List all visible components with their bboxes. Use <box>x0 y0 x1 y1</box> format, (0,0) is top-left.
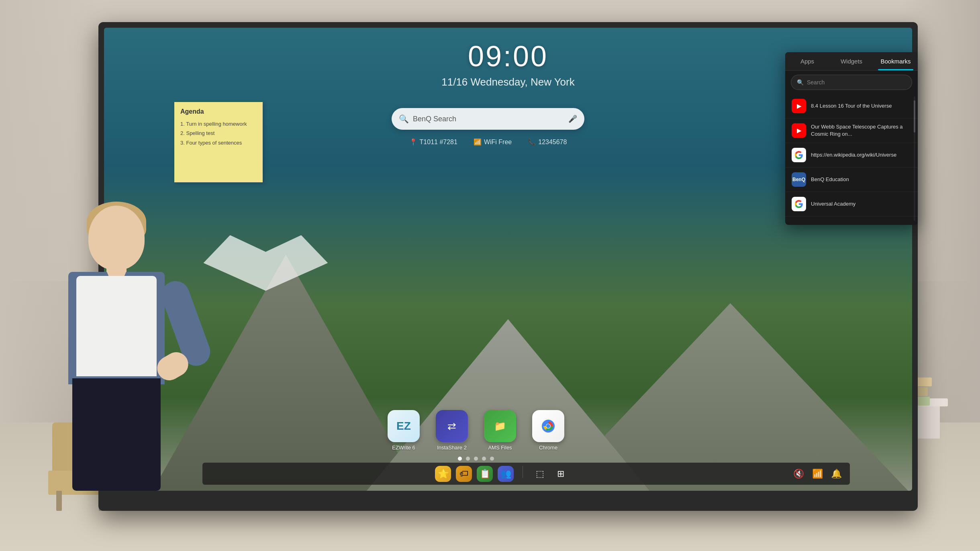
panel-search-placeholder: Search <box>807 79 825 86</box>
location-icon: 📍 <box>409 138 417 146</box>
sticky-note-title: Agenda <box>180 108 257 115</box>
dot-3[interactable] <box>474 457 478 461</box>
bookmark-5-title: Universal Academy <box>811 200 911 208</box>
wifi-status: 📶 WiFi Free <box>474 138 512 146</box>
panel-tabs: Apps Widgets Bookmarks <box>785 52 918 71</box>
taskbar-doc[interactable]: 📋 <box>477 466 493 482</box>
app-icons-row: EZ EZWrite 6 ⇄ InstaShare 2 📁 AMS Files <box>388 410 564 451</box>
search-input-label: BenQ Search <box>413 115 568 123</box>
phone-icon: 📞 <box>528 138 536 146</box>
tab-bookmarks[interactable]: Bookmarks <box>874 52 918 70</box>
panel-items-list: ▶ 8.4 Lesson 16 Tour of the Universe ▶ O… <box>785 94 918 216</box>
app-ams[interactable]: 📁 AMS Files <box>484 410 516 451</box>
chrome-label: Chrome <box>539 445 557 451</box>
dot-2[interactable] <box>466 457 470 461</box>
taskbar-teams[interactable]: 👥 <box>498 466 514 482</box>
sticky-note: Agenda 1. Turn in spelling homework 2. S… <box>174 102 263 182</box>
search-icon: 🔍 <box>399 114 409 124</box>
bookmarks-panel: Apps Widgets Bookmarks 🔍 Search ▶ 8.4 Le… <box>785 52 918 225</box>
wifi-icon: 📶 <box>474 138 482 146</box>
page-dots <box>458 457 494 461</box>
bookmark-3-title: https://en.wikipedia.org/wiki/Universe <box>811 151 911 159</box>
ams-icon: 📁 <box>484 410 516 442</box>
bookmark-5-icon <box>792 197 806 211</box>
instashare-label: InstaShare 2 <box>437 445 467 451</box>
instashare-icon: ⇄ <box>436 410 468 442</box>
bookmark-1[interactable]: ▶ 8.4 Lesson 16 Tour of the Universe <box>785 94 918 118</box>
taskbar-grid[interactable]: ⊞ <box>553 466 569 482</box>
teacher-shirt <box>76 276 157 376</box>
bookmark-3[interactable]: https://en.wikipedia.org/wiki/Universe <box>785 143 918 167</box>
tab-widgets[interactable]: Widgets <box>829 52 874 70</box>
app-instashare[interactable]: ⇄ InstaShare 2 <box>436 410 468 451</box>
sticky-note-item-3: 3. Four types of sentences <box>180 138 257 147</box>
taskbar-right: 🔇 📶 🔔 <box>793 469 842 479</box>
tab-apps[interactable]: Apps <box>785 52 829 70</box>
status-info: 📍 T1011 #7281 📶 WiFi Free 📞 12345678 <box>409 138 567 146</box>
chrome-icon <box>532 410 564 442</box>
dot-1[interactable] <box>458 457 462 461</box>
bookmark-4[interactable]: BenQ BenQ Education <box>785 167 918 192</box>
phone-status: 📞 12345678 <box>528 138 567 146</box>
snow-cap <box>177 235 355 291</box>
wifi-taskbar-icon[interactable]: 📶 <box>812 469 823 479</box>
panel-search-icon: 🔍 <box>797 79 804 86</box>
clock-date: 11/16 Wednesday, New York <box>441 76 574 88</box>
bookmark-3-icon <box>792 148 806 162</box>
bookmark-2-title: Our Webb Space Telescope Captures a Cosm… <box>811 123 911 138</box>
clock-time: 09:00 <box>468 40 548 73</box>
teacher <box>40 206 193 487</box>
panel-search-area[interactable]: 🔍 Search <box>785 71 918 94</box>
ams-label: AMS Files <box>488 445 512 451</box>
sticky-note-item-2: 2. Spelling test <box>180 129 257 138</box>
teacher-pants <box>72 378 161 491</box>
bookmark-2-icon: ▶ <box>792 123 806 138</box>
taskbar-tag[interactable]: 🏷 <box>456 466 472 482</box>
room-id: 📍 T1011 #7281 <box>409 138 457 146</box>
app-chrome[interactable]: Chrome <box>532 410 564 451</box>
dot-4[interactable] <box>482 457 486 461</box>
ezwrite-label: EZWrite 6 <box>392 445 415 451</box>
app-ezwrite[interactable]: EZ EZWrite 6 <box>388 410 420 451</box>
bookmark-4-title: BenQ Education <box>811 176 911 183</box>
scrollbar-thumb[interactable] <box>914 100 915 133</box>
bookmark-1-title: 8.4 Lesson 16 Tour of the Universe <box>811 102 911 110</box>
sticky-note-item-1: 1. Turn in spelling homework <box>180 119 257 129</box>
taskbar-star[interactable]: ⭐ <box>435 466 451 482</box>
taskbar: ⭐ 🏷 📋 👥 ⬚ ⊞ 🔇 <box>202 463 850 485</box>
scrollbar-track <box>914 96 915 221</box>
bookmark-5[interactable]: Universal Academy <box>785 192 918 216</box>
bookmark-4-icon: BenQ <box>792 172 806 187</box>
dot-5[interactable] <box>490 457 494 461</box>
mic-icon: 🎤 <box>568 114 577 123</box>
bookmark-2[interactable]: ▶ Our Webb Space Telescope Captures a Co… <box>785 118 918 143</box>
teacher-head <box>88 206 145 270</box>
taskbar-left: ⭐ 🏷 📋 👥 ⬚ ⊞ <box>210 466 793 482</box>
bell-icon[interactable]: 🔔 <box>831 469 842 479</box>
benq-search-bar[interactable]: 🔍 BenQ Search 🎤 <box>392 108 584 130</box>
mute-icon[interactable]: 🔇 <box>793 469 804 479</box>
svg-point-3 <box>546 424 550 428</box>
taskbar-divider <box>523 466 523 478</box>
ezwrite-icon: EZ <box>388 410 420 442</box>
panel-search-input[interactable]: 🔍 Search <box>791 75 912 90</box>
chair-1-leg1 <box>56 491 62 511</box>
taskbar-cast[interactable]: ⬚ <box>532 466 548 482</box>
bookmark-1-icon: ▶ <box>792 99 806 113</box>
